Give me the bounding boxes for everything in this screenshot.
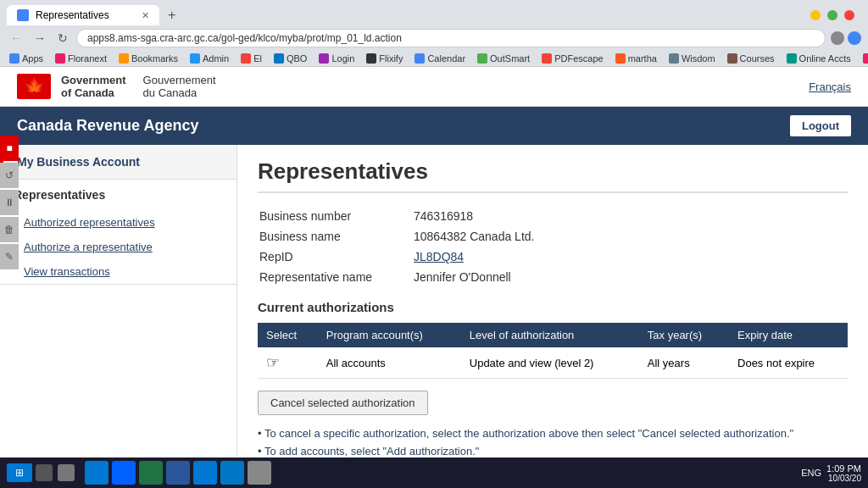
repid-value[interactable]: JL8DQ84 <box>414 247 846 266</box>
cra-title: Canada Revenue Agency <box>17 117 198 135</box>
tool-red-btn[interactable]: ■ <box>0 136 19 161</box>
wisdom-bm-icon <box>669 53 679 64</box>
bm-login[interactable]: Login <box>316 53 357 64</box>
taskbar-qbo-icon[interactable] <box>220 461 244 485</box>
bm-bookmarks[interactable]: Bookmarks <box>116 53 181 64</box>
sidebar-item-view-transactions[interactable]: View transactions <box>0 259 236 284</box>
taskbar-dropbox-icon[interactable] <box>112 461 136 485</box>
bullet-item-cancel: To cancel a specific authorization, sele… <box>258 427 848 440</box>
tab-title: Representatives <box>36 9 109 21</box>
sidebar-item-authorize-representative[interactable]: Authorize a representative <box>0 235 236 259</box>
tab-favicon <box>17 9 29 21</box>
tool-trash-btn[interactable]: 🗑 <box>0 217 19 242</box>
bm-martha[interactable]: martha <box>613 53 659 64</box>
repid-row: RepID JL8DQ84 <box>259 247 846 266</box>
business-number-label: Business number <box>259 207 412 225</box>
taskbar-taskview-icon[interactable] <box>58 464 75 481</box>
reload-btn[interactable]: ↻ <box>54 30 71 47</box>
bm-bookmarks-label: Bookmarks <box>131 53 178 64</box>
start-button[interactable]: ⊞ <box>7 463 32 482</box>
bm-calendar-label: Calendar <box>427 53 465 64</box>
bm-pdfescape-label: PDFescape <box>554 53 603 64</box>
taskbar-excel-icon[interactable] <box>139 461 163 485</box>
bm-login-label: Login <box>331 53 354 64</box>
admin-bm-icon <box>190 53 200 64</box>
taskbar-edge-icon[interactable] <box>85 461 108 485</box>
taskbar-outlook-icon[interactable] <box>193 461 217 485</box>
col-program-account: Program account(s) <box>318 323 461 347</box>
back-btn[interactable]: ← <box>7 30 25 47</box>
address-input[interactable] <box>76 29 826 47</box>
authorizations-table: Select Program account(s) Level of autho… <box>258 323 848 379</box>
title-bar: Representatives ✕ + <box>0 0 868 25</box>
auth-table-header: Select Program account(s) Level of autho… <box>258 323 848 347</box>
close-btn[interactable] <box>844 10 854 20</box>
cancel-authorization-button[interactable]: Cancel selected authorization <box>258 391 428 415</box>
bm-apps[interactable]: Apps <box>7 53 46 64</box>
bm-courses[interactable]: Courses <box>725 53 777 64</box>
bm-flixify[interactable]: Flixify <box>364 53 405 64</box>
window-controls <box>810 10 861 20</box>
bm-qbo-label: QBO <box>287 53 307 64</box>
tab-close-btn[interactable]: ✕ <box>142 10 149 21</box>
bm-admin[interactable]: Admin <box>187 53 231 64</box>
bm-el[interactable]: El <box>238 53 264 64</box>
bm-calendar[interactable]: Calendar <box>412 53 468 64</box>
minimize-btn[interactable] <box>810 10 821 20</box>
floranext-bm-icon <box>55 53 65 64</box>
col-level-auth: Level of authorization <box>461 323 639 347</box>
login-bm-icon <box>319 53 329 64</box>
active-tab[interactable]: Representatives ✕ <box>7 5 159 25</box>
rep-name-value: Jennifer O'Donnell <box>414 268 846 286</box>
business-name-label: Business name <box>259 227 412 246</box>
bm-wisdom-label: Wisdom <box>682 53 715 64</box>
pdfescape-bm-icon <box>542 53 552 64</box>
time-display: 1:09 PM <box>826 463 861 474</box>
gov-fr-line1: Gouvernement <box>143 74 216 86</box>
taskbar-word-icon[interactable] <box>166 461 190 485</box>
bm-pdfescape[interactable]: PDFescape <box>539 53 605 64</box>
tool-edit-btn[interactable]: ✎ <box>0 244 19 269</box>
bm-qbo[interactable]: QBO <box>271 53 309 64</box>
new-tab-btn[interactable]: + <box>163 6 181 25</box>
sidebar-my-business-account[interactable]: My Business Account <box>0 145 236 179</box>
taskbar: ⊞ ENG 1:09 PM 10/03/20 <box>0 458 868 488</box>
taskbar-app2-icon[interactable] <box>248 461 271 485</box>
bm-courses-label: Courses <box>740 53 775 64</box>
info-bullets: To cancel a specific authorization, sele… <box>258 427 848 458</box>
forward-btn[interactable]: → <box>31 30 49 47</box>
bm-flixify-label: Flixify <box>379 53 403 64</box>
row-tax-years: All years <box>639 347 729 379</box>
bm-floranext[interactable]: Floranext <box>53 53 109 64</box>
tool-pause-btn[interactable]: ⏸ <box>0 190 19 215</box>
qbo-bm-icon <box>274 53 284 64</box>
browser-chrome: Representatives ✕ + ← → ↻ Apps Floranext <box>0 0 868 67</box>
bm-marketing[interactable]: Marketing <box>860 53 868 64</box>
sidebar-representatives-section: Representatives Authorized representativ… <box>0 180 236 285</box>
cra-banner: Canada Revenue Agency Logout <box>0 107 868 145</box>
bm-wisdom[interactable]: Wisdom <box>666 53 718 64</box>
logout-button[interactable]: Logout <box>790 115 851 136</box>
tool-undo-btn[interactable]: ↺ <box>0 163 19 188</box>
gov-en: Government of Canada <box>61 74 126 99</box>
canada-flag: 🍁 <box>17 74 51 99</box>
gov-text: Government of Canada Gouvernement du Can… <box>61 74 216 99</box>
profile-icon[interactable] <box>848 31 861 45</box>
cursor-pointer-icon[interactable]: ☞ <box>266 354 280 371</box>
taskbar-right: ENG 1:09 PM 10/03/20 <box>801 463 861 483</box>
bm-outsmart[interactable]: OutSmart <box>475 53 532 64</box>
bm-admin-label: Admin <box>203 53 229 64</box>
sidebar: My Business Account Representatives Auth… <box>0 145 237 476</box>
calendar-bm-icon <box>415 53 425 64</box>
taskbar-search-icon[interactable] <box>36 464 53 481</box>
main-layout: My Business Account Representatives Auth… <box>0 145 868 476</box>
sidebar-item-authorized-representatives[interactable]: Authorized representatives <box>0 210 236 235</box>
gov-en-line2: of Canada <box>61 86 126 99</box>
address-icons <box>831 31 861 45</box>
star-icon[interactable] <box>831 31 844 45</box>
sidebar-main-section: My Business Account <box>0 145 236 180</box>
logo-area: 🍁 Government of Canada Gouvernement du C… <box>17 74 216 99</box>
francais-link[interactable]: Français <box>809 80 851 93</box>
bm-onlineaccts[interactable]: Online Accts <box>784 53 854 64</box>
maximize-btn[interactable] <box>827 10 837 20</box>
